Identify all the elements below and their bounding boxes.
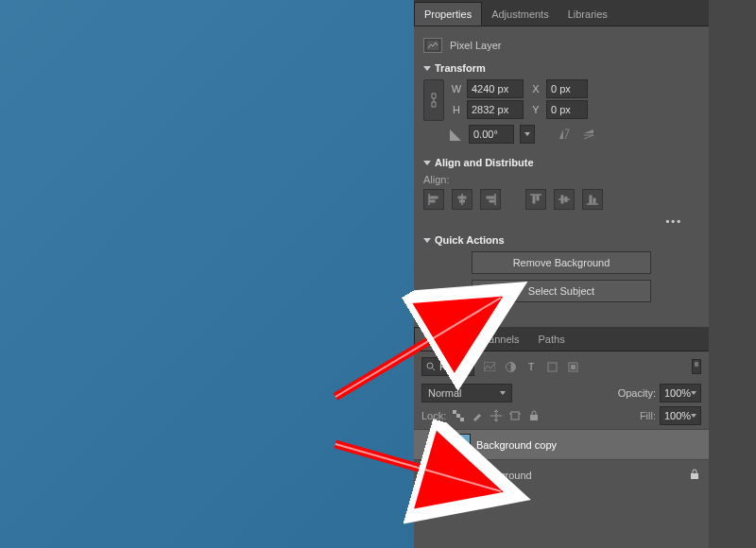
quick-actions-header[interactable]: Quick Actions xyxy=(423,234,699,246)
svg-rect-15 xyxy=(561,196,563,203)
link-wh-button[interactable] xyxy=(423,79,444,121)
chevron-down-icon xyxy=(423,161,431,165)
svg-rect-6 xyxy=(458,197,466,198)
filter-adjustment-icon[interactable] xyxy=(503,359,518,374)
opacity-label: Opacity: xyxy=(618,387,656,399)
layer-thumbnail[interactable] xyxy=(442,434,471,456)
remove-background-button[interactable]: Remove Background xyxy=(472,251,651,274)
svg-point-20 xyxy=(427,363,433,368)
svg-rect-16 xyxy=(565,197,567,202)
filter-pixel-icon[interactable] xyxy=(482,359,497,374)
svg-point-38 xyxy=(426,473,430,477)
layer-row-background[interactable]: Background xyxy=(414,459,709,489)
lock-artboard-icon[interactable] xyxy=(508,409,522,422)
angle-input[interactable] xyxy=(469,125,514,144)
y-input[interactable] xyxy=(546,100,588,119)
canvas[interactable] xyxy=(0,0,414,548)
select-subject-button[interactable]: Select Subject xyxy=(472,280,651,302)
blend-mode-value: Normal xyxy=(428,387,461,399)
align-left-button[interactable] xyxy=(423,189,444,210)
layer-row-background-copy[interactable]: Background copy xyxy=(414,429,709,459)
filter-kind-select[interactable]: Kind xyxy=(421,357,474,376)
layers-tab-bar: Layers Channels Paths xyxy=(414,327,709,351)
layer-name: Background copy xyxy=(476,439,557,451)
svg-rect-33 xyxy=(511,412,519,420)
filter-type-icon[interactable]: T xyxy=(524,359,539,374)
align-bottom-button[interactable] xyxy=(582,189,603,210)
tab-layers[interactable]: Layers xyxy=(414,327,466,351)
layer-type-indicator: Pixel Layer xyxy=(423,34,699,57)
layer-thumbnail[interactable] xyxy=(442,464,471,487)
more-options-button[interactable]: ••• xyxy=(423,215,699,227)
filter-toggle[interactable] xyxy=(692,359,701,374)
opacity-input[interactable]: 100% xyxy=(660,384,701,402)
eye-icon xyxy=(421,471,435,480)
svg-rect-9 xyxy=(487,197,494,198)
svg-rect-18 xyxy=(590,196,592,203)
svg-rect-10 xyxy=(490,200,494,202)
filter-shape-icon[interactable] xyxy=(544,359,559,374)
right-panels: Properties Adjustments Libraries Pixel L… xyxy=(414,0,709,548)
opacity-value: 100% xyxy=(664,387,691,399)
fill-input[interactable]: 100% xyxy=(660,406,701,425)
angle-dropdown[interactable] xyxy=(520,125,535,144)
lock-fill-row: Lock: Fill: 100% xyxy=(414,404,709,427)
align-hcenter-button[interactable] xyxy=(452,189,472,210)
x-label: X xyxy=(529,83,542,94)
tab-channels[interactable]: Channels xyxy=(466,328,528,351)
properties-body: Pixel Layer Transform W H xyxy=(414,26,709,316)
svg-rect-19 xyxy=(593,198,595,203)
tab-libraries[interactable]: Libraries xyxy=(558,3,617,26)
collapsed-panel-dock[interactable] xyxy=(709,0,756,548)
transform-header[interactable]: Transform xyxy=(423,62,699,74)
angle-icon xyxy=(450,128,463,141)
svg-rect-30 xyxy=(460,418,464,421)
flip-horizontal-button[interactable] xyxy=(556,126,573,143)
align-vcenter-button[interactable] xyxy=(554,189,575,210)
svg-rect-26 xyxy=(571,365,576,369)
chevron-down-icon xyxy=(423,66,431,71)
lock-position-icon[interactable] xyxy=(490,409,503,422)
svg-rect-28 xyxy=(453,410,456,414)
layer-name: Background xyxy=(476,470,532,481)
align-right-button[interactable] xyxy=(480,189,501,210)
lock-label: Lock: xyxy=(421,410,446,421)
search-icon xyxy=(426,362,436,371)
align-label: Align and Distribute xyxy=(435,157,534,168)
width-input[interactable] xyxy=(467,79,524,98)
align-sub-label: Align: xyxy=(423,174,699,185)
chevron-down-icon xyxy=(500,391,506,395)
fill-value: 100% xyxy=(664,410,691,421)
svg-rect-29 xyxy=(456,414,460,418)
visibility-toggle[interactable] xyxy=(420,471,437,480)
svg-rect-3 xyxy=(430,197,438,198)
pixel-layer-icon xyxy=(423,38,442,53)
y-label: Y xyxy=(529,104,542,115)
x-input[interactable] xyxy=(546,79,588,98)
tab-paths[interactable]: Paths xyxy=(529,328,575,351)
lock-pixels-icon[interactable] xyxy=(471,409,484,422)
svg-rect-7 xyxy=(460,200,465,202)
rotation-controls xyxy=(450,125,699,144)
layer-filter-row: Kind T xyxy=(414,351,709,382)
chevron-down-icon xyxy=(691,391,696,395)
fill-label: Fill: xyxy=(640,410,656,421)
lock-transparency-icon[interactable] xyxy=(452,409,465,422)
quick-actions-label: Quick Actions xyxy=(435,234,505,246)
transform-label: Transform xyxy=(435,62,486,74)
align-top-button[interactable] xyxy=(525,189,546,210)
svg-rect-4 xyxy=(430,200,435,202)
tab-adjustments[interactable]: Adjustments xyxy=(482,3,558,26)
blend-mode-select[interactable]: Normal xyxy=(421,384,512,402)
tab-properties[interactable]: Properties xyxy=(414,2,482,26)
align-header[interactable]: Align and Distribute xyxy=(423,157,699,168)
svg-rect-12 xyxy=(533,196,535,203)
svg-rect-13 xyxy=(537,196,539,200)
flip-vertical-button[interactable] xyxy=(580,126,597,143)
properties-tab-bar: Properties Adjustments Libraries xyxy=(414,0,709,26)
blend-opacity-row: Normal Opacity: 100% xyxy=(414,382,709,404)
height-input[interactable] xyxy=(467,100,524,119)
lock-all-icon[interactable] xyxy=(527,409,541,422)
filter-smartobject-icon[interactable] xyxy=(565,359,580,374)
svg-line-21 xyxy=(433,368,436,371)
